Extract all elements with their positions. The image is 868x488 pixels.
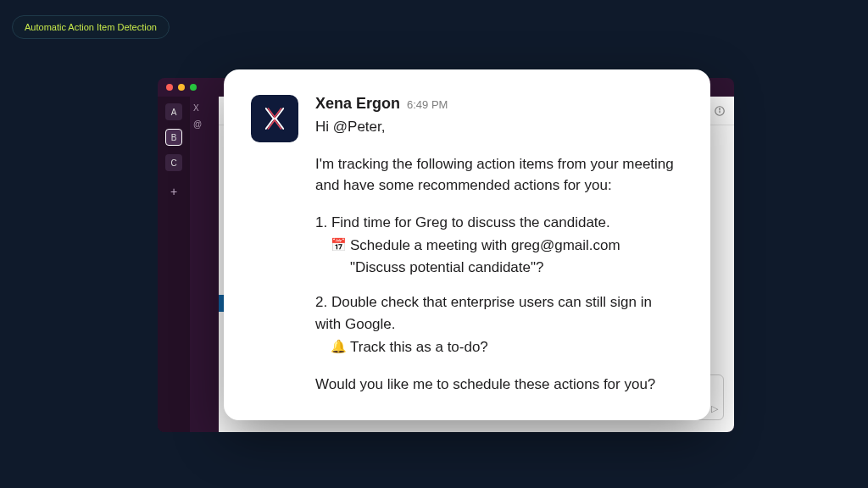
sender-name: Xena Ergon <box>315 95 400 113</box>
item-number: 2. <box>315 294 327 310</box>
workspace-label: A <box>171 108 177 117</box>
x-logo-icon <box>260 104 289 133</box>
feature-badge: Automatic Action Item Detection <box>12 15 170 39</box>
svg-point-3 <box>720 108 721 109</box>
suggestion-text: Schedule a meeting with greg@gmail.com "… <box>350 235 678 278</box>
action-items-list: 1. Find time for Greg to discuss the can… <box>315 212 678 358</box>
greeting-line: Hi @Peter, <box>315 116 678 138</box>
action-item-suggestion[interactable]: 🔔 Track this as a to-do? <box>315 336 678 358</box>
sidebar-slice: @ <box>193 119 202 129</box>
action-item-main: 2. Double check that enterprise users ca… <box>315 291 678 335</box>
message-body: Hi @Peter, I'm tracking the following ac… <box>315 116 678 395</box>
sidebar-slice: X <box>193 103 199 113</box>
action-item: 2. Double check that enterprise users ca… <box>315 291 678 358</box>
window-close-icon[interactable] <box>166 84 173 91</box>
channel-sidebar: X @ <box>190 97 219 432</box>
workspace-label: B <box>171 133 177 142</box>
mention[interactable]: @Peter <box>333 119 381 135</box>
message-time: 6:49 PM <box>407 98 448 111</box>
item-text: Double check that enterprise users can s… <box>315 294 652 332</box>
workspace-label: C <box>170 158 176 168</box>
window-minimize-icon[interactable] <box>178 84 185 91</box>
message-content: Xena Ergon 6:49 PM Hi @Peter, I'm tracki… <box>315 95 678 395</box>
bell-icon: 🔔 <box>331 336 347 357</box>
xena-logo <box>251 95 298 142</box>
intro-text: I'm tracking the following action items … <box>315 153 678 197</box>
add-workspace-button[interactable]: + <box>170 185 177 198</box>
greeting-suffix: , <box>381 119 386 135</box>
feature-badge-label: Automatic Action Item Detection <box>25 22 157 32</box>
info-icon[interactable] <box>714 105 726 117</box>
suggestion-text: Track this as a to-do? <box>350 336 488 358</box>
item-text: Find time for Greg to discuss the candid… <box>331 214 610 230</box>
assistant-message-card: Xena Ergon 6:49 PM Hi @Peter, I'm tracki… <box>224 69 710 420</box>
workspace-a[interactable]: A <box>165 103 182 120</box>
action-item-suggestion[interactable]: 📅 Schedule a meeting with greg@gmail.com… <box>315 235 678 278</box>
send-icon[interactable]: ▷ <box>711 403 718 414</box>
workspace-c[interactable]: C <box>165 154 182 171</box>
item-number: 1. <box>315 214 327 230</box>
window-zoom-icon[interactable] <box>190 84 197 91</box>
plus-icon: + <box>170 185 177 198</box>
message-header: Xena Ergon 6:49 PM <box>315 95 678 113</box>
action-item-main: 1. Find time for Greg to discuss the can… <box>315 212 678 234</box>
workspace-b[interactable]: B <box>165 129 182 146</box>
closing-text: Would you like me to schedule these acti… <box>315 374 678 396</box>
workspace-rail: A B C + <box>158 97 190 432</box>
greeting-prefix: Hi <box>315 119 333 135</box>
action-item: 1. Find time for Greg to discuss the can… <box>315 212 678 279</box>
calendar-icon: 📅 <box>331 235 347 255</box>
